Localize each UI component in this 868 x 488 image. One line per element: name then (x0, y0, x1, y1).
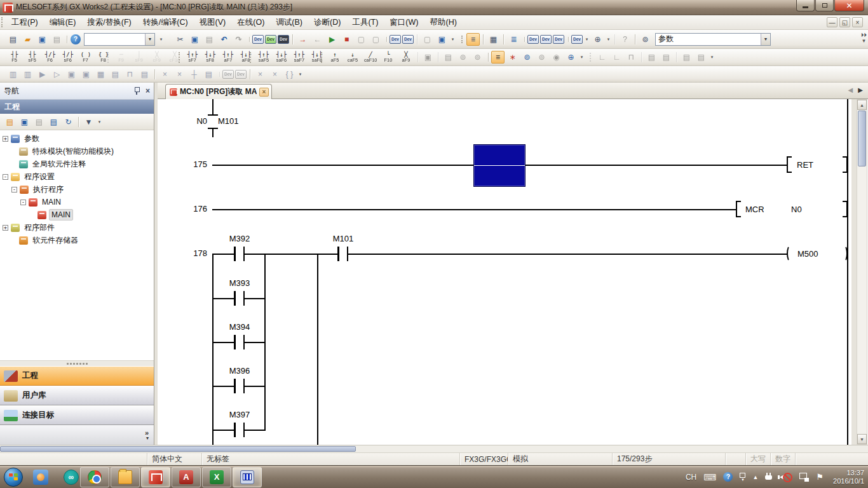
zoom-icon[interactable]: ⊕ (564, 51, 578, 64)
device-comment-icon[interactable]: Dev (527, 35, 539, 44)
monitor-window-icon[interactable]: ▣ (435, 33, 449, 46)
tree-item-execution-program[interactable]: - 执行程序 (0, 183, 154, 196)
step-run-1-icon[interactable]: ∟ (595, 51, 609, 64)
restore-window-icon[interactable]: ▢ (421, 33, 434, 46)
media-player-icon[interactable] (33, 470, 48, 485)
write-to-plc-icon[interactable]: Dev (252, 35, 264, 44)
network-icon[interactable] (799, 473, 809, 482)
toolbar-overflow-icon[interactable]: ▾ (450, 33, 456, 46)
new-project-icon[interactable]: ▤ (6, 33, 20, 46)
expander-icon[interactable]: - (11, 187, 17, 193)
combo-dropdown-icon[interactable]: ▼ (145, 34, 154, 45)
speaker-muted-icon[interactable] (780, 472, 792, 482)
taskbar-clock[interactable]: 13:37 2016/10/1 (831, 469, 864, 485)
line-input-button[interactable]: └ F10 (380, 50, 397, 65)
edit-doc-2-icon[interactable]: ⊚ (456, 51, 470, 64)
keyboard-icon[interactable]: ⌨ (703, 472, 716, 482)
view-overflow-button[interactable]: » ▾ (0, 425, 154, 445)
find-device-icon[interactable]: ⊚ (535, 51, 548, 64)
wire-mode-icon[interactable]: ≡ (491, 51, 505, 64)
cut-icon[interactable]: ✂ (173, 33, 187, 46)
menu-item[interactable]: 调试(B) (270, 15, 308, 29)
save-project-icon[interactable]: ▣ (36, 33, 49, 46)
open-contact-button[interactable]: ┤├ F5 (6, 50, 24, 65)
pulse-op-2-button[interactable]: ┤↓├ saF6 (273, 50, 290, 65)
horizontal-line-button[interactable]: ─ F9 (113, 50, 130, 65)
sfc-zoom-icon[interactable]: ▦ (94, 68, 107, 81)
ladder-canvas[interactable]: N0 M101 175 RET 176 MCR N0 178 M392 (158, 99, 851, 445)
restore-button[interactable] (815, 0, 834, 11)
or-contact-button[interactable]: ┤├ sF5 (24, 50, 41, 65)
find-contact-coil-icon[interactable]: ⊚ (520, 51, 534, 64)
expander-icon[interactable]: - (20, 200, 26, 205)
tab-close-icon[interactable]: × (259, 88, 269, 97)
mdi-minimize-button[interactable]: — (827, 17, 837, 27)
taskbar-button-gx-works2[interactable] (141, 467, 170, 487)
device-display-icon[interactable]: Dev (571, 35, 583, 44)
menu-item[interactable]: 搜索/替换(F) (81, 15, 137, 29)
vertical-line-button[interactable]: │ sF9 (131, 50, 148, 65)
taskbar-button-chrome[interactable] (80, 467, 109, 487)
or-rising-pulse-button[interactable]: ┤↑├ aF7 (220, 50, 237, 65)
contact-m396[interactable] (234, 379, 245, 393)
dev-tool-1-icon[interactable]: Dev (222, 70, 234, 79)
pulse-op-4-button[interactable]: ┤↓├ saF8 (309, 50, 326, 65)
arduino-icon[interactable]: ∞ (64, 470, 79, 485)
doc-gen-1-icon[interactable]: ▤ (645, 51, 658, 64)
power-plug-icon[interactable] (765, 473, 773, 482)
tree-item-device-memory[interactable]: 软元件存储器 (0, 234, 154, 247)
tree-item-main-program[interactable]: - MAIN (0, 196, 154, 208)
sfc-step-icon[interactable]: ▷ (50, 68, 64, 81)
sfc-block-1-icon[interactable]: ▥ (6, 68, 20, 81)
tray-window-icon[interactable]: ▼ (740, 473, 745, 482)
panel-splitter-handle[interactable] (0, 360, 154, 366)
language-indicator[interactable]: CH (686, 473, 696, 482)
toolbar-right-overflow-icon[interactable]: ⏵⏵▾ (861, 32, 867, 44)
tab-scroll-left-icon[interactable]: ◀ (848, 86, 853, 93)
data-property-icon[interactable]: ▤ (47, 116, 60, 128)
start-button[interactable] (4, 468, 23, 487)
device-grid-icon[interactable]: Dev (553, 35, 564, 44)
falling-pulse-button[interactable]: ┤↓├ sF8 (202, 50, 219, 65)
menu-item[interactable]: 在线(O) (231, 15, 270, 29)
tool-x4-icon[interactable]: × (268, 68, 281, 81)
help-icon[interactable]: ? (71, 34, 81, 44)
or-closed-contact-button[interactable]: ┤/├ sF6 (60, 50, 77, 65)
mdi-restore-button[interactable]: ◱ (839, 17, 850, 27)
sfc-window-1-icon[interactable]: ▣ (65, 68, 78, 81)
paste-icon[interactable]: ▤ (203, 33, 216, 46)
find-binoculars-icon[interactable]: ⊚ (639, 33, 652, 46)
tool-cross-icon[interactable]: ┼ (187, 68, 201, 81)
menu-item[interactable]: 转换/编译(C) (137, 15, 194, 29)
edit-doc-1-icon[interactable]: ▤ (442, 51, 455, 64)
window-b-icon[interactable]: ▢ (369, 33, 383, 46)
tree-item-main-ladder[interactable]: MAIN (0, 208, 154, 221)
step-run-2-icon[interactable]: ∟ (610, 51, 623, 64)
scroll-down-icon[interactable]: ▼ (857, 434, 867, 444)
sfc-check-icon[interactable]: ▤ (138, 68, 151, 81)
device-monitor-2-icon[interactable]: Dev (402, 35, 414, 44)
monitor-stop-icon[interactable]: ■ (340, 33, 353, 46)
contact-m397[interactable] (234, 423, 245, 437)
taskbar-button-autocad[interactable]: A (172, 467, 201, 487)
expander-icon[interactable]: + (3, 225, 8, 231)
pulse-op-1-button[interactable]: ┤↑├ saF5 (255, 50, 273, 65)
edit-cursor-cell[interactable] (473, 144, 526, 187)
sort-dropdown-icon[interactable]: ▾ (97, 116, 102, 128)
ladder-doc-1-icon[interactable]: ▤ (680, 51, 693, 64)
sfc-window-2-icon[interactable]: ▣ (79, 68, 93, 81)
minimize-button[interactable] (796, 0, 815, 11)
tool-brace-icon[interactable]: { } (283, 68, 296, 81)
device-watch-icon[interactable]: ◉ (550, 51, 563, 64)
or-falling-pulse-button[interactable]: ┤↓├ aF8 (238, 50, 255, 65)
view-button-project[interactable]: 工程 (0, 366, 154, 386)
close-panel-icon[interactable]: × (146, 86, 150, 95)
sfc-list-icon[interactable]: ▤ (109, 68, 122, 81)
taskbar-button-explorer[interactable] (111, 467, 140, 487)
tool-x3-icon[interactable]: × (254, 68, 267, 81)
zoom-dropdown-icon[interactable]: ▾ (579, 51, 585, 64)
taskbar-button-excel[interactable]: X (202, 467, 231, 487)
delete-line-button[interactable]: ╳ aF9 (398, 50, 415, 65)
scrollbar-thumb[interactable] (0, 446, 356, 452)
menu-item[interactable]: 窗口(W) (384, 15, 424, 29)
